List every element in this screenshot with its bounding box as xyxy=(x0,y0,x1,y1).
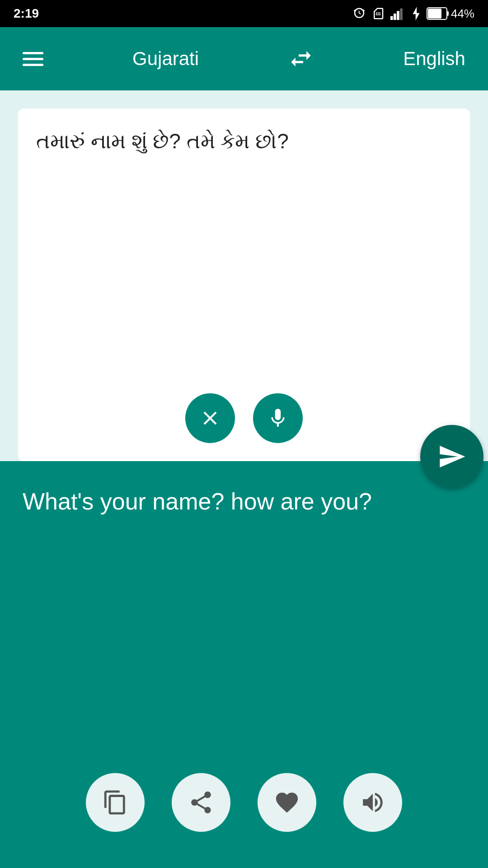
speaker-icon xyxy=(360,789,386,816)
microphone-button[interactable] xyxy=(253,393,303,443)
share-icon xyxy=(188,789,214,816)
svg-rect-2 xyxy=(379,13,380,14)
battery-percent: 44% xyxy=(451,7,474,21)
sim-icon xyxy=(371,7,385,20)
svg-rect-1 xyxy=(378,13,379,14)
swap-languages-button[interactable] xyxy=(288,46,314,72)
svg-rect-8 xyxy=(397,11,399,20)
charging-icon xyxy=(411,7,421,20)
toolbar: Gujarati English xyxy=(0,27,488,90)
hamburger-line-2 xyxy=(23,58,43,60)
svg-rect-5 xyxy=(379,14,380,15)
status-bar: 2:19 44% xyxy=(0,0,488,27)
copy-icon xyxy=(102,789,128,816)
speaker-button[interactable] xyxy=(343,773,402,832)
send-icon xyxy=(437,442,466,471)
status-time: 2:19 xyxy=(14,6,39,21)
status-icons: 44% xyxy=(352,7,474,21)
source-text-display: તમારું નામ શું છે? તમે કેમ છો? xyxy=(36,127,452,156)
heart-icon xyxy=(274,789,300,816)
microphone-icon xyxy=(267,407,289,429)
svg-rect-7 xyxy=(394,14,396,20)
copy-button[interactable] xyxy=(86,773,145,832)
menu-button[interactable] xyxy=(23,52,43,66)
svg-rect-6 xyxy=(390,16,393,20)
svg-rect-3 xyxy=(376,14,377,15)
output-action-buttons xyxy=(23,773,465,850)
svg-rect-9 xyxy=(400,9,403,20)
hamburger-line-1 xyxy=(23,52,43,54)
svg-rect-13 xyxy=(428,9,441,19)
close-icon xyxy=(199,407,221,429)
input-wrapper: તમારું નામ શું છે? તમે કેમ છો? xyxy=(9,99,479,461)
translated-text-display: What's your name? how are you? xyxy=(23,484,465,519)
svg-marker-10 xyxy=(413,7,419,20)
target-language-selector[interactable]: English xyxy=(403,48,465,70)
signal-icon xyxy=(390,7,406,20)
svg-rect-0 xyxy=(376,13,377,14)
battery-indicator: 44% xyxy=(427,7,474,21)
translate-send-button[interactable] xyxy=(420,425,483,488)
source-text-area[interactable]: તમારું નામ શું છે? તમે કેમ છો? xyxy=(18,108,470,461)
svg-rect-4 xyxy=(378,14,379,15)
clear-button[interactable] xyxy=(185,393,235,443)
output-section: What's your name? how are you? xyxy=(0,461,488,868)
share-button[interactable] xyxy=(172,773,230,832)
swap-icon xyxy=(288,46,314,72)
svg-rect-12 xyxy=(447,11,449,16)
hamburger-line-3 xyxy=(23,64,43,66)
source-language-selector[interactable]: Gujarati xyxy=(132,48,199,70)
favorite-button[interactable] xyxy=(258,773,316,832)
alarm-icon xyxy=(352,7,366,20)
input-action-buttons xyxy=(185,393,303,443)
